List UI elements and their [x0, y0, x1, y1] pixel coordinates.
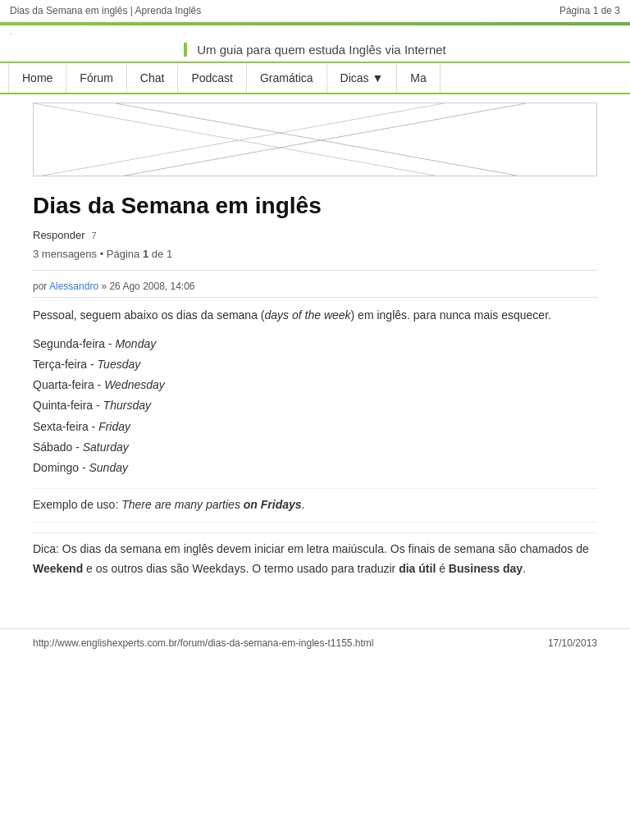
- tip-dia-util: dia útil: [399, 562, 436, 575]
- day-sunday: Domingo - Sunday: [33, 458, 597, 478]
- subtitle-wrapper: Um guia para quem estuda Inglês via Inte…: [0, 38, 630, 62]
- tip-block: Dica: Os dias da semana em inglês devem …: [33, 532, 597, 586]
- messages-meta: 3 mensagens • Página 1 de 1: [33, 248, 597, 260]
- nav-forum[interactable]: Fórum: [66, 63, 126, 93]
- day-saturday: Sábado - Saturday: [33, 437, 597, 458]
- post-date: 26 Ago 2008, 14:06: [109, 281, 194, 292]
- tip-business-day: Business day: [449, 562, 523, 575]
- example-italic: There are many parties on Fridays: [121, 498, 301, 511]
- reply-count: 7: [92, 231, 97, 240]
- dot-placeholder: .: [0, 25, 630, 38]
- tip-weekend: Weekend: [33, 562, 83, 575]
- example-block: Exemplo de uso: There are many parties o…: [33, 488, 597, 523]
- page-footer: http://www.englishexperts.com.br/forum/d…: [0, 628, 630, 657]
- day-wednesday: Quarta-feira - Wednesday: [33, 375, 597, 395]
- post-body: Pessoal, seguem abaixo os dias da semana…: [33, 306, 597, 586]
- main-content: Dias da Semana em inglês Responder 7 3 m…: [0, 185, 630, 612]
- day-monday: Segunda-feira - Monday: [33, 334, 597, 354]
- intro-paragraph: Pessoal, seguem abaixo os dias da semana…: [33, 306, 597, 326]
- top-bar: Dias da Semana em inglês | Aprenda Inglê…: [0, 0, 630, 22]
- page-title: Dias da Semana em inglês: [33, 193, 597, 219]
- page-info: Página 1 de 3: [559, 5, 620, 16]
- author-link[interactable]: Alessandro: [49, 281, 98, 292]
- nav-gramatica[interactable]: Gramática: [247, 63, 327, 93]
- nav-chat[interactable]: Chat: [127, 63, 179, 93]
- navbar: Home Fórum Chat Podcast Gramática Dicas …: [0, 62, 630, 94]
- divider-top: [33, 270, 597, 271]
- reply-button[interactable]: Responder: [33, 229, 85, 241]
- subtitle: Um guia para quem estuda Inglês via Inte…: [184, 43, 446, 57]
- banner-area: [33, 103, 597, 176]
- browser-title: Dias da Semana em inglês | Aprenda Inglê…: [10, 5, 201, 16]
- nav-home[interactable]: Home: [8, 63, 66, 93]
- banner-graphic: [34, 103, 596, 176]
- page-total: 1: [167, 248, 172, 260]
- day-thursday: Quinta-feira - Thursday: [33, 395, 597, 416]
- post-meta: por Alessandro » 26 Ago 2008, 14:06: [33, 281, 597, 298]
- day-friday: Sexta-feira - Friday: [33, 417, 597, 437]
- days-of-week-italic: days of the week: [265, 308, 351, 322]
- page-current: 1: [143, 248, 148, 260]
- day-tuesday: Terça-feira - Tuesday: [33, 354, 597, 375]
- tip-label: Dica:: [33, 542, 62, 555]
- example-label: Exemplo de uso: There are many parties o…: [33, 498, 304, 511]
- nav-podcast[interactable]: Podcast: [178, 63, 247, 93]
- nav-mais[interactable]: Ma: [397, 63, 440, 93]
- nav-dicas[interactable]: Dicas ▼: [327, 63, 398, 93]
- example-bold: on Fridays: [244, 498, 302, 511]
- footer-date: 17/10/2013: [548, 637, 597, 649]
- footer-url: http://www.englishexperts.com.br/forum/d…: [33, 637, 374, 649]
- reply-section: Responder 7: [33, 229, 597, 241]
- days-list: Segunda-feira - Monday Terça-feira - Tue…: [33, 334, 597, 478]
